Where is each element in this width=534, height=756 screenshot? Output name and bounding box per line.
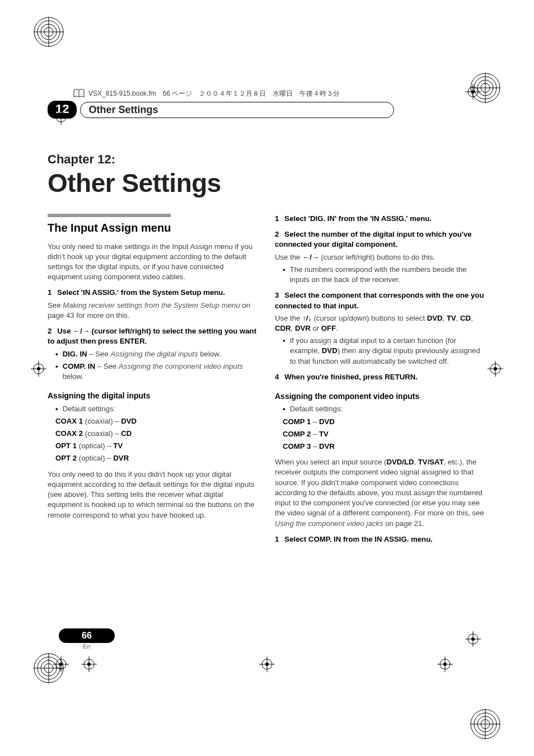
page-number: 66 bbox=[59, 628, 115, 643]
reg-mark bbox=[437, 656, 453, 672]
content-columns: The Input Assign menu You only need to m… bbox=[48, 214, 486, 544]
svg-point-55 bbox=[443, 663, 447, 666]
svg-point-35 bbox=[37, 367, 40, 370]
left-tail-paragraph: You only need to do this if you didn't h… bbox=[48, 469, 259, 520]
reg-mark bbox=[465, 84, 481, 100]
intro-paragraph: You only need to make settings in the In… bbox=[48, 242, 259, 283]
chapter-label: Chapter 12: bbox=[48, 152, 486, 167]
reg-mark bbox=[53, 109, 69, 125]
chapter-title: Other Settings bbox=[48, 168, 486, 198]
subheading-digital-inputs: Assigning the digital inputs bbox=[48, 391, 259, 401]
reg-mark bbox=[488, 361, 503, 377]
default-opt2: OPT 2 (optical) – DVR bbox=[55, 453, 259, 463]
r-step-3-bullet: If you assign a digital input to a certa… bbox=[283, 336, 486, 367]
bullet-dig-in: DIG. IN – See Assigning the digital inpu… bbox=[55, 349, 259, 359]
default-coax1: COAX 1 (coaxial) – DVD bbox=[55, 416, 259, 426]
subheading-component-inputs: Assigning the component video inputs bbox=[275, 391, 486, 402]
reg-mark bbox=[465, 631, 481, 647]
manual-page: VSX_815-915.book.fm 66 ページ ２００４年１２月８日 水曜… bbox=[0, 0, 534, 756]
default-coax2: COAX 2 (coaxial) – CD bbox=[55, 429, 259, 439]
page-number-badge: 66 En bbox=[59, 628, 115, 650]
reg-mark bbox=[259, 656, 275, 672]
arrow-left-right-icon bbox=[302, 253, 319, 261]
bullet-defaults-2: Default settings: bbox=[283, 404, 486, 414]
r-step-2-tail: Use the (cursor left/right) buttons to d… bbox=[275, 252, 486, 262]
right-column: 1Select 'DIG. IN' from the 'IN ASSIG.' m… bbox=[275, 214, 486, 544]
svg-point-59 bbox=[471, 637, 475, 641]
left-column: The Input Assign menu You only need to m… bbox=[48, 214, 259, 544]
r-step-1: 1Select 'DIG. IN' from the 'IN ASSIG.' m… bbox=[275, 214, 486, 224]
default-comp3: COMP 3 – DVR bbox=[283, 442, 486, 452]
svg-point-27 bbox=[59, 115, 63, 119]
default-comp1: COMP 1 – DVD bbox=[283, 417, 486, 427]
default-opt1: OPT 1 (optical) – TV bbox=[55, 441, 259, 451]
step-2: 2Use (cursor left/right) to select the s… bbox=[48, 326, 259, 346]
r-step-4: 4When you're finished, press RETURN. bbox=[275, 372, 486, 382]
svg-point-51 bbox=[265, 663, 269, 666]
corner-mark-bottom-right bbox=[470, 709, 500, 739]
r-step-2: 2Select the number of the digital input … bbox=[275, 229, 486, 250]
reg-mark bbox=[53, 656, 69, 672]
arrow-up-down-icon bbox=[302, 314, 312, 322]
section-tab: 12 Other Settings bbox=[48, 101, 486, 119]
svg-point-47 bbox=[87, 663, 91, 666]
bullet-defaults: Default settings: bbox=[55, 404, 259, 414]
r-step-2-bullet: The numbers correspond with the numbers … bbox=[283, 265, 486, 285]
r-step-3: 3Select the component that corresponds w… bbox=[275, 290, 486, 311]
r-step-3-tail: Use the (cursor up/down) buttons to sele… bbox=[275, 313, 486, 334]
step-1-note: See Making receiver settings from the Sy… bbox=[48, 300, 259, 321]
chapter-tab-label: Other Settings bbox=[80, 102, 394, 118]
arrow-left-right-icon bbox=[73, 327, 90, 335]
step-1: 1Select 'IN ASSIG.' from the System Setu… bbox=[48, 288, 259, 298]
header-filename-text: VSX_815-915.book.fm 66 ページ ２００４年１２月８日 水曜… bbox=[88, 89, 340, 98]
right-tail-paragraph: When you select an input source (DVD/LD,… bbox=[275, 457, 486, 529]
default-comp2: COMP 2 – TV bbox=[283, 429, 486, 439]
page-lang: En bbox=[59, 643, 115, 650]
reg-mark bbox=[81, 656, 97, 672]
svg-point-31 bbox=[471, 90, 475, 93]
reg-mark bbox=[31, 361, 46, 377]
section-heading-input-assign: The Input Assign menu bbox=[48, 214, 171, 236]
bullet-comp-in: COMP. IN – See Assigning the component v… bbox=[55, 361, 259, 382]
svg-point-39 bbox=[494, 367, 497, 370]
book-icon bbox=[73, 88, 85, 98]
header-filename: VSX_815-915.book.fm 66 ページ ２００４年１２月８日 水曜… bbox=[73, 88, 340, 98]
corner-mark-top-left bbox=[34, 17, 64, 47]
svg-point-43 bbox=[59, 663, 63, 666]
r-step-5: 1Select COMP. IN from the IN ASSIG. menu… bbox=[275, 534, 486, 544]
